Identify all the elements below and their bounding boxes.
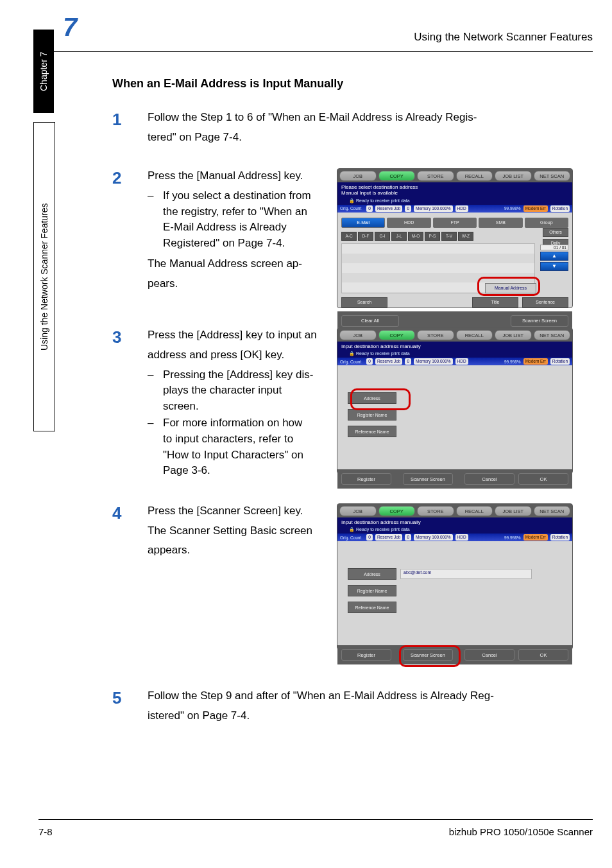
- feature-tab: Using the Network Scanner Features: [33, 122, 55, 431]
- register-name-button[interactable]: Register Name: [348, 409, 396, 421]
- ok-button[interactable]: OK: [518, 649, 568, 661]
- panel-title: Input destination address manually: [337, 342, 572, 351]
- step-4-lead: Press the [Scanner Screen] key.: [148, 503, 325, 519]
- step-4: 4 Press the [Scanner Screen] key. The Sc…: [112, 503, 325, 559]
- tab-copy[interactable]: COPY: [378, 171, 416, 181]
- sentence-button[interactable]: Sentence: [522, 297, 568, 308]
- panel-title: Input destination address manually: [337, 517, 572, 527]
- status-ready: Ready to receive print data: [356, 527, 410, 532]
- tab-store[interactable]: STORE: [417, 171, 454, 181]
- register-button[interactable]: Register: [341, 473, 391, 485]
- others-button[interactable]: Others: [543, 228, 568, 237]
- title-button[interactable]: Title: [472, 297, 518, 308]
- method-smb[interactable]: SMB: [479, 218, 522, 228]
- address-button[interactable]: Address: [348, 568, 396, 580]
- step-5: 5 Follow the Step 9 and after of "When a…: [112, 688, 593, 724]
- method-group[interactable]: Group: [525, 218, 568, 228]
- header-right-text: Using the Network Scanner Features: [414, 31, 593, 44]
- step-2-row: 2 Press the [Manual Address] key. If you…: [112, 168, 593, 308]
- tab-recall[interactable]: RECALL: [456, 330, 493, 340]
- step-2-bullet: If you select a destination from the reg…: [148, 188, 325, 252]
- alpha-button[interactable]: A-C: [341, 232, 357, 241]
- step-1-line2: tered" on Page 7-4.: [148, 130, 593, 146]
- step-number: 3: [112, 327, 121, 347]
- step-5-line1: Follow the Step 9 and after of "When an …: [148, 688, 593, 704]
- page-up-icon[interactable]: ▲: [540, 252, 568, 261]
- tab-store[interactable]: STORE: [417, 506, 454, 516]
- step-3-lead1: Press the [Address] key to input an: [148, 327, 325, 343]
- step-3: 3 Press the [Address] key to input an ad…: [112, 327, 325, 479]
- scanner-screen-button[interactable]: Scanner Screen: [403, 473, 453, 485]
- status-ready: Ready to receive print data: [356, 351, 410, 356]
- footer: 7-8 bizhub PRO 1050/1050e Scanner: [38, 819, 593, 837]
- step-number: 2: [112, 168, 121, 188]
- tab-netscan[interactable]: NET SCAN: [534, 506, 571, 516]
- step-3-bullet1: Pressing the [Address] key dis- plays th…: [148, 367, 325, 415]
- tab-joblist[interactable]: JOB LIST: [495, 330, 532, 340]
- step-2-tail2: pears.: [148, 276, 325, 292]
- step-number: 4: [112, 503, 121, 523]
- scanner-screen-button[interactable]: Scanner Screen: [511, 315, 568, 327]
- alpha-button[interactable]: M-O: [408, 232, 423, 241]
- step-4-tail1: The Scanner Setting Basic screen: [148, 523, 325, 539]
- clear-all-button[interactable]: Clear All: [341, 315, 399, 327]
- method-email[interactable]: E-Mail: [341, 218, 385, 228]
- status-row: Orig. Count 0 Reserve Job 0 Memory 100.0…: [337, 358, 572, 365]
- page-down-icon[interactable]: ▼: [540, 262, 568, 271]
- step-4-row: 4 Press the [Scanner Screen] key. The Sc…: [112, 503, 593, 650]
- step-2: 2 Press the [Manual Address] key. If you…: [112, 168, 325, 291]
- tab-joblist[interactable]: JOB LIST: [495, 171, 532, 181]
- alpha-button[interactable]: G-I: [375, 232, 390, 241]
- step-number: 5: [112, 688, 121, 708]
- step-number: 1: [112, 110, 121, 130]
- tab-copy[interactable]: COPY: [378, 506, 416, 516]
- reference-name-button[interactable]: Reference Name: [348, 602, 396, 613]
- status-row: Orig. Count 0 Reserve Job 0 Memory 100.0…: [337, 534, 572, 541]
- search-button[interactable]: Search: [341, 297, 387, 308]
- alpha-button[interactable]: T-V: [441, 232, 457, 241]
- step-3-row: 3 Press the [Address] key to input an ad…: [112, 327, 593, 484]
- alpha-button[interactable]: D-F: [358, 232, 373, 241]
- content-column: When an E-Mail Address is Input Manually…: [112, 77, 593, 810]
- tab-recall[interactable]: RECALL: [456, 506, 493, 516]
- tab-netscan[interactable]: NET SCAN: [534, 330, 571, 340]
- scanner-figure-1: JOB COPY STORE RECALL JOB LIST NET SCAN …: [337, 168, 573, 308]
- tab-netscan[interactable]: NET SCAN: [534, 171, 571, 181]
- status-ready: Ready to receive print data: [356, 198, 410, 203]
- alpha-button[interactable]: W-Z: [458, 232, 473, 241]
- page-number: 7-8: [38, 826, 53, 837]
- tab-copy[interactable]: COPY: [378, 330, 416, 340]
- step-5-line2: istered" on Page 7-4.: [148, 708, 593, 724]
- status-row: Orig. Count 0 Reserve Job 0 Memory 100.0…: [337, 205, 572, 213]
- chapter-number: 7: [63, 13, 77, 42]
- tab-recall[interactable]: RECALL: [456, 171, 493, 181]
- cancel-button[interactable]: Cancel: [464, 649, 514, 661]
- step-3-bullet2: For more information on how to input cha…: [148, 415, 325, 479]
- register-button[interactable]: Register: [341, 649, 391, 661]
- pager-count: 01 / 01: [540, 245, 568, 250]
- section-title: When an E-Mail Address is Input Manually: [112, 77, 593, 91]
- ok-button[interactable]: OK: [518, 473, 568, 485]
- tab-job[interactable]: JOB: [339, 171, 377, 181]
- alpha-button[interactable]: P-S: [425, 232, 440, 241]
- register-name-button[interactable]: Register Name: [348, 585, 396, 596]
- manual-address-button[interactable]: Manual Address: [485, 283, 536, 293]
- step-2-tail1: The Manual Address screen ap-: [148, 256, 325, 272]
- tab-job[interactable]: JOB: [339, 330, 377, 340]
- step-1-line1: Follow the Step 1 to 6 of "When an E-Mai…: [148, 110, 593, 126]
- cancel-button[interactable]: Cancel: [464, 473, 514, 485]
- method-hdd[interactable]: HDD: [387, 218, 430, 228]
- scanner-screen-button[interactable]: Scanner Screen: [403, 649, 453, 661]
- tab-store[interactable]: STORE: [417, 330, 454, 340]
- reference-name-button[interactable]: Reference Name: [348, 426, 396, 437]
- scanner-figure-2: JOB COPY STORE RECALL JOB LIST NET SCAN …: [337, 327, 573, 474]
- tab-job[interactable]: JOB: [339, 506, 377, 516]
- product-name: bizhub PRO 1050/1050e Scanner: [449, 826, 593, 837]
- address-field[interactable]: abc@def.com: [400, 569, 532, 579]
- address-button[interactable]: Address: [348, 392, 396, 404]
- tab-joblist[interactable]: JOB LIST: [495, 506, 532, 516]
- alpha-button[interactable]: J-L: [391, 232, 407, 241]
- step-4-tail2: appears.: [148, 542, 325, 559]
- method-ftp[interactable]: FTP: [433, 218, 477, 228]
- step-3-lead2: address and press [OK] key.: [148, 347, 325, 363]
